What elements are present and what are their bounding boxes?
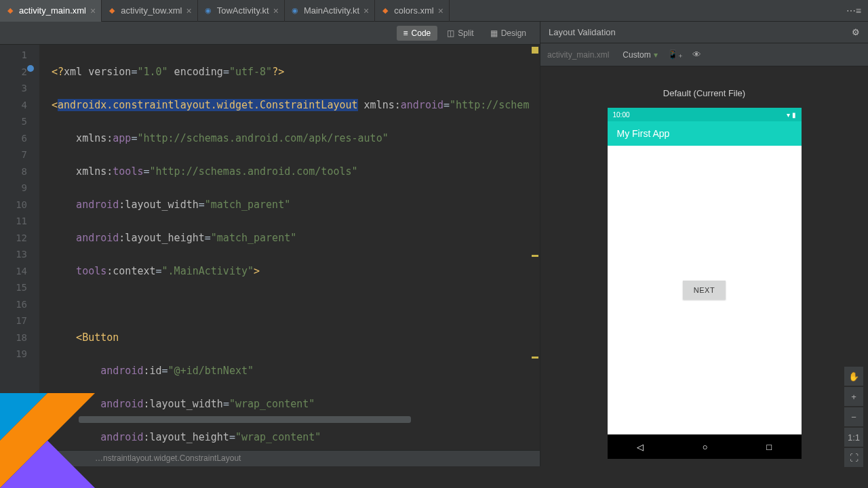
tab-activity-tow[interactable]: ◆ activity_tow.xml ×	[102, 0, 198, 22]
split-view-button[interactable]: ◫ Split	[440, 26, 480, 41]
device-preview[interactable]: 10:00 ▾ ▮ My First App NEXT ◁ ○ □	[608, 108, 802, 459]
status-bar: 10:00 ▾ ▮	[608, 108, 802, 121]
line-gutter: 12345678910111213141516171819	[0, 45, 39, 450]
horizontal-scrollbar[interactable]	[79, 416, 411, 423]
tab-label: colors.xml	[394, 5, 434, 16]
design-view-button[interactable]: ▦ Design	[484, 26, 533, 41]
tab-activity-main[interactable]: ◆ activity_main.xml ×	[0, 0, 102, 22]
close-icon[interactable]: ×	[438, 5, 443, 16]
tab-colors[interactable]: ◆ colors.xml ×	[375, 0, 450, 22]
chevron-down-icon: ▾	[654, 50, 658, 60]
code-icon: ≡	[403, 28, 408, 38]
validation-title: Layout Validation	[549, 27, 616, 37]
warning-marker-icon[interactable]	[532, 255, 538, 257]
validation-file-label: activity_main.xml	[547, 50, 609, 60]
gutter-marker-icon[interactable]	[27, 65, 34, 72]
zoom-tools: ✋ + − 1:1 ⛶	[844, 366, 864, 468]
device-content: NEXT	[608, 146, 802, 434]
device-time: 10:00	[613, 111, 630, 119]
split-icon: ◫	[447, 28, 454, 38]
next-button[interactable]: NEXT	[683, 281, 726, 300]
pan-icon[interactable]: ✋	[844, 366, 864, 386]
wifi-icon: ▾	[787, 111, 790, 119]
close-icon[interactable]: ×	[363, 5, 369, 16]
design-icon: ▦	[490, 28, 498, 38]
home-icon[interactable]: ○	[703, 442, 708, 452]
battery-icon: ▮	[792, 111, 796, 119]
back-icon[interactable]: ◁	[637, 442, 644, 452]
close-icon[interactable]: ×	[273, 5, 279, 16]
kotlin-file-icon: ◉	[203, 6, 213, 16]
editor-toolbar: ≡ Code ◫ Split ▦ Design	[0, 22, 540, 45]
close-icon[interactable]: ×	[90, 5, 96, 16]
validation-header: Layout Validation ⚙	[540, 22, 868, 43]
xml-file-icon: ◆	[380, 6, 390, 16]
app-bar: My First App	[608, 121, 802, 146]
zoom-in-icon[interactable]: +	[844, 386, 864, 407]
xml-file-icon: ◆	[5, 6, 15, 16]
zoom-out-icon[interactable]: −	[844, 407, 864, 427]
code-view-button[interactable]: ≡ Code	[397, 26, 438, 41]
preview-area: Default (Current File) 10:00 ▾ ▮ My Firs…	[540, 66, 868, 466]
close-icon[interactable]: ×	[186, 5, 191, 16]
view-options-icon[interactable]: 👁	[692, 49, 701, 60]
preview-label: Default (Current File)	[663, 88, 745, 98]
warning-indicator-icon[interactable]	[532, 47, 538, 54]
tab-label: activity_tow.xml	[121, 5, 182, 16]
code-editor[interactable]: <?xml version="1.0" encoding="utf-8"?> <…	[39, 45, 540, 450]
tab-label: activity_main.xml	[19, 5, 86, 16]
layout-validation-pane: Layout Validation ⚙ activity_main.xml Cu…	[540, 22, 868, 466]
tab-tow-activity[interactable]: ◉ TowActivity.kt ×	[198, 0, 285, 22]
tabs-menu-icon[interactable]: ⋯≡	[840, 5, 868, 16]
add-device-icon[interactable]: 📱₊	[667, 49, 683, 60]
kotlin-file-icon: ◉	[290, 6, 300, 16]
xml-file-icon: ◆	[107, 6, 117, 16]
tab-main-activity[interactable]: ◉ MainActivity.kt ×	[285, 0, 375, 22]
kotlin-logo-icon	[0, 393, 95, 488]
recents-icon[interactable]: □	[766, 442, 772, 452]
custom-dropdown[interactable]: Custom ▾	[623, 50, 657, 60]
zoom-ratio-button[interactable]: 1:1	[844, 427, 864, 447]
zoom-fit-icon[interactable]: ⛶	[844, 447, 864, 468]
warning-marker-icon[interactable]	[532, 357, 538, 359]
navigation-bar: ◁ ○ □	[608, 434, 802, 459]
code-area: 12345678910111213141516171819 <?xml vers…	[0, 45, 540, 450]
tabs-bar: ◆ activity_main.xml × ◆ activity_tow.xml…	[0, 0, 868, 22]
gear-icon[interactable]: ⚙	[852, 27, 860, 37]
app-title: My First App	[617, 128, 670, 139]
validation-toolbar: activity_main.xml Custom ▾ 📱₊ 👁	[540, 43, 868, 66]
tab-label: TowActivity.kt	[217, 5, 269, 16]
tab-label: MainActivity.kt	[304, 5, 359, 16]
